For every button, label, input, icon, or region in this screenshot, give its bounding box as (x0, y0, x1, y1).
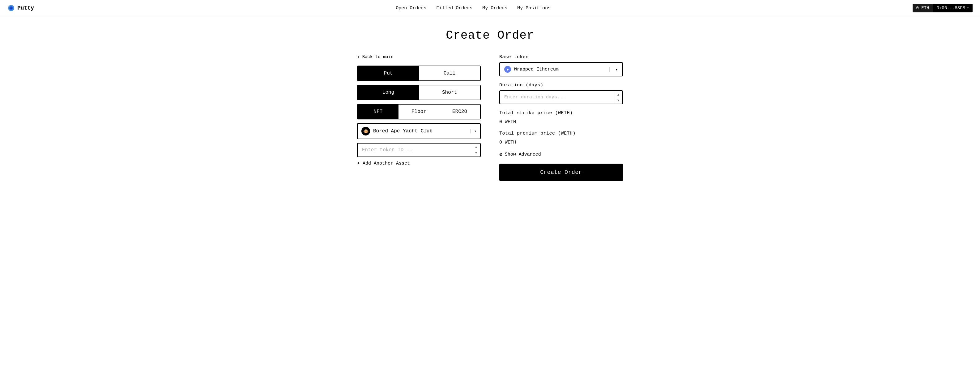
wallet-widget[interactable]: 0 ETH 0x06...83FB ▾ (913, 4, 972, 12)
duration-down-button[interactable]: ▼ (614, 97, 622, 103)
nav-my-positions[interactable]: My Positions (517, 6, 550, 11)
long-short-toggle: Long Short (357, 85, 481, 100)
erc20-button[interactable]: ERC20 (439, 105, 480, 119)
token-id-input[interactable] (358, 144, 472, 156)
floor-button[interactable]: Floor (398, 105, 439, 119)
duration-up-button[interactable]: ▲ (614, 91, 622, 97)
left-column: ‹ Back to main Put Call Long Short NFT F… (357, 54, 481, 166)
base-token-divider: | (608, 66, 611, 72)
nav-my-orders[interactable]: My Orders (482, 6, 508, 11)
premium-price-value: 0 WETH (499, 140, 623, 145)
header: Putty Open Orders Filled Orders My Order… (0, 0, 980, 16)
token-id-wrapper: ▲ ▼ (357, 143, 481, 157)
eth-icon: ◆ (504, 66, 511, 73)
collection-icon: 🐵 (361, 127, 370, 136)
nav-filled-orders[interactable]: Filled Orders (436, 6, 473, 11)
put-button[interactable]: Put (358, 66, 419, 80)
show-advanced-label: Show Advanced (505, 152, 541, 157)
show-advanced-toggle[interactable]: ⚙ Show Advanced (499, 151, 623, 158)
short-button[interactable]: Short (419, 85, 480, 100)
strike-price-section: Total strike price (WETH) 0 WETH (499, 110, 623, 124)
token-id-down-button[interactable]: ▼ (472, 150, 480, 156)
duration-label: Duration (days) (499, 83, 623, 88)
asset-type-toggle: NFT Floor ERC20 (357, 104, 481, 120)
base-token-label: Base token (499, 54, 623, 60)
base-token-selector[interactable]: ◆ Wrapped Ethereum | ▾ (499, 62, 623, 77)
collection-chevron-icon: ▾ (474, 129, 476, 134)
add-asset-link[interactable]: + Add Another Asset (357, 161, 481, 166)
duration-section: Duration (days) ▲ ▼ (499, 83, 623, 104)
premium-price-label: Total premium price (WETH) (499, 131, 623, 136)
main-content: Create Order ‹ Back to main Put Call Lon… (351, 16, 629, 193)
premium-price-section: Total premium price (WETH) 0 WETH (499, 131, 623, 145)
token-id-up-button[interactable]: ▲ (472, 144, 480, 150)
long-button[interactable]: Long (358, 85, 419, 100)
wallet-eth-balance: 0 ETH (913, 4, 933, 12)
logo-icon (8, 4, 15, 12)
create-order-button[interactable]: Create Order (499, 164, 623, 181)
wallet-chevron-icon: ▾ (967, 6, 969, 10)
collection-name: Bored Ape Yacht Club (373, 128, 469, 134)
main-nav: Open Orders Filled Orders My Orders My P… (396, 6, 550, 11)
select-divider: | (469, 128, 472, 134)
call-button[interactable]: Call (419, 66, 480, 80)
token-id-spinner: ▲ ▼ (472, 144, 480, 156)
base-token-chevron-icon: ▾ (616, 67, 618, 72)
duration-input-wrapper: ▲ ▼ (499, 90, 623, 104)
collection-selector[interactable]: 🐵 Bored Ape Yacht Club | ▾ (357, 123, 481, 139)
logo: Putty (8, 4, 34, 12)
gear-icon: ⚙ (499, 151, 503, 158)
put-call-toggle: Put Call (357, 65, 481, 81)
base-token-section: Base token ◆ Wrapped Ethereum | ▾ (499, 54, 623, 77)
duration-input[interactable] (500, 91, 614, 104)
back-link[interactable]: ‹ Back to main (357, 54, 481, 59)
logo-text: Putty (18, 5, 34, 11)
strike-price-value: 0 WETH (499, 120, 623, 124)
page-title: Create Order (357, 29, 623, 42)
nav-open-orders[interactable]: Open Orders (396, 6, 426, 11)
svg-point-2 (10, 7, 12, 9)
base-token-value: Wrapped Ethereum (514, 67, 605, 72)
wallet-address: 0x06...83FB ▾ (933, 4, 972, 12)
duration-spinner: ▲ ▼ (614, 91, 622, 103)
right-column: Base token ◆ Wrapped Ethereum | ▾ Durati… (499, 54, 623, 181)
nft-button[interactable]: NFT (358, 105, 398, 119)
strike-price-label: Total strike price (WETH) (499, 110, 623, 116)
content-grid: ‹ Back to main Put Call Long Short NFT F… (357, 54, 623, 181)
